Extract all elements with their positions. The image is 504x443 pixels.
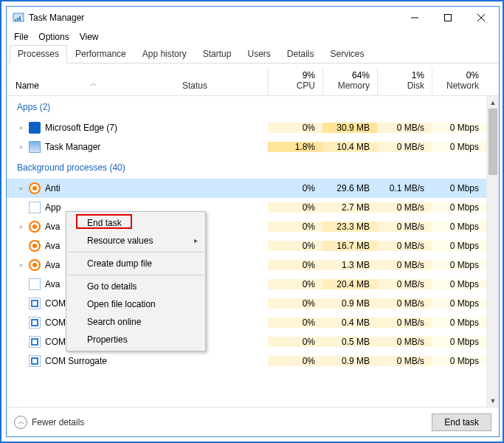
process-row[interactable]: ＞ Microsoft Edge (7) 0% 30.9 MB 0 MB/s 0… xyxy=(7,118,486,137)
col-name-header[interactable]: ︿ Name xyxy=(7,78,179,95)
process-name: Ava xyxy=(45,241,60,251)
menu-item-resource-values[interactable]: Resource values▸ xyxy=(66,232,205,250)
expand-icon[interactable]: ＞ xyxy=(17,184,24,193)
tabs: Processes Performance App history Startu… xyxy=(7,45,499,63)
menu-view[interactable]: View xyxy=(80,32,99,42)
menu-options[interactable]: Options xyxy=(38,32,69,42)
tab-processes[interactable]: Processes xyxy=(10,45,67,63)
memory-cell: 20.4 MB xyxy=(322,279,377,289)
menu-item-end-task[interactable]: End task xyxy=(66,214,205,232)
network-cell: 0 Mbps xyxy=(432,260,486,270)
cpu-cell: 0% xyxy=(268,356,322,366)
sort-indicator-icon: ︿ xyxy=(90,79,97,89)
cpu-cell: 0% xyxy=(268,279,322,289)
col-name-label: Name xyxy=(15,80,39,91)
process-row[interactable]: COM Surrogate 0% 0.9 MB 0 MB/s 0 Mbps xyxy=(7,351,486,371)
network-cell: 0 Mbps xyxy=(432,298,486,309)
process-icon xyxy=(29,202,41,213)
tab-services[interactable]: Services xyxy=(322,45,373,63)
menu-item-search-online[interactable]: Search online xyxy=(66,313,205,331)
expand-icon[interactable]: ＞ xyxy=(17,261,24,270)
col-cpu-header[interactable]: 9%CPU xyxy=(268,67,322,95)
disk-cell: 0 MB/s xyxy=(377,142,432,152)
network-cell: 0 Mbps xyxy=(432,279,486,289)
expand-icon[interactable]: ＞ xyxy=(17,222,24,232)
menu-separator xyxy=(68,252,204,253)
process-icon xyxy=(29,141,41,153)
process-icon xyxy=(29,336,41,348)
memory-cell: 16.7 MB xyxy=(322,241,377,251)
disk-cell: 0 MB/s xyxy=(377,337,432,347)
tab-startup[interactable]: Startup xyxy=(195,45,240,63)
menu-separator xyxy=(68,275,204,275)
context-menu: End taskResource values▸Create dump file… xyxy=(66,211,206,351)
task-manager-window: Task Manager File Options View Processes… xyxy=(6,6,500,437)
memory-cell: 0.9 MB xyxy=(322,356,377,366)
process-name: Ava xyxy=(45,222,60,232)
close-button[interactable] xyxy=(464,7,497,28)
memory-cell: 0.5 MB xyxy=(322,337,377,347)
footer: ︿ Fewer details End task xyxy=(7,407,499,436)
group-header-background: Background processes (40) xyxy=(7,162,179,173)
minimize-button[interactable] xyxy=(398,7,431,28)
disk-cell: 0 MB/s xyxy=(377,202,432,213)
process-name: Ava xyxy=(45,279,60,289)
expand-icon[interactable]: ＞ xyxy=(17,123,24,133)
col-memory-header[interactable]: 64%Memory xyxy=(322,67,377,95)
process-name: Task Manager xyxy=(45,142,100,152)
process-row[interactable]: ＞ Anti 0% 29.6 MB 0.1 MB/s 0 Mbps xyxy=(7,179,486,198)
process-icon xyxy=(29,221,41,233)
network-cell: 0 Mbps xyxy=(432,183,486,193)
menubar: File Options View xyxy=(7,29,499,45)
memory-cell: 2.7 MB xyxy=(322,202,377,213)
tab-details[interactable]: Details xyxy=(279,45,322,63)
svg-rect-5 xyxy=(444,15,451,21)
disk-cell: 0 MB/s xyxy=(377,241,432,251)
process-icon xyxy=(29,278,41,290)
memory-cell: 0.9 MB xyxy=(322,298,377,309)
cpu-cell: 0% xyxy=(268,260,322,270)
col-status-header[interactable]: Status xyxy=(179,78,268,95)
menu-item-open-file-location[interactable]: Open file location xyxy=(66,295,205,313)
maximize-button[interactable] xyxy=(431,7,464,28)
fewer-details-button[interactable]: ︿ Fewer details xyxy=(14,416,84,429)
scroll-down-icon[interactable]: ▼ xyxy=(487,394,499,407)
svg-rect-2 xyxy=(17,18,18,21)
window-title: Task Manager xyxy=(29,13,84,23)
memory-cell: 1.3 MB xyxy=(322,260,377,270)
col-network-header[interactable]: 0%Network xyxy=(432,67,486,95)
collapse-icon: ︿ xyxy=(14,416,27,429)
cpu-cell: 0% xyxy=(268,222,322,232)
scroll-thumb[interactable] xyxy=(489,109,497,175)
disk-cell: 0 MB/s xyxy=(377,222,432,232)
col-disk-header[interactable]: 1%Disk xyxy=(377,67,432,95)
disk-cell: 0 MB/s xyxy=(377,260,432,270)
scroll-up-icon[interactable]: ▲ xyxy=(487,96,499,109)
svg-rect-3 xyxy=(19,16,21,21)
menu-item-create-dump-file[interactable]: Create dump file xyxy=(66,255,205,272)
cpu-cell: 0% xyxy=(268,183,322,193)
disk-cell: 0 MB/s xyxy=(377,356,432,366)
expand-icon[interactable]: ＞ xyxy=(17,142,24,152)
memory-cell: 29.6 MB xyxy=(322,183,377,193)
tab-app-history[interactable]: App history xyxy=(134,45,195,63)
svg-rect-1 xyxy=(15,19,16,21)
process-row[interactable]: ＞ Task Manager 1.8% 10.4 MB 0 MB/s 0 Mbp… xyxy=(7,137,486,157)
tab-users[interactable]: Users xyxy=(239,45,278,63)
disk-cell: 0 MB/s xyxy=(377,279,432,289)
process-name: Anti xyxy=(45,183,61,193)
menu-file[interactable]: File xyxy=(14,32,28,42)
cpu-cell: 0% xyxy=(268,123,322,133)
network-cell: 0 Mbps xyxy=(432,356,486,366)
cpu-cell: 0% xyxy=(268,317,322,328)
network-cell: 0 Mbps xyxy=(432,202,486,213)
menu-item-properties[interactable]: Properties xyxy=(66,331,205,348)
menu-item-go-to-details[interactable]: Go to details xyxy=(66,278,205,295)
end-task-button[interactable]: End task xyxy=(432,413,491,431)
tab-performance[interactable]: Performance xyxy=(67,45,134,63)
scrollbar[interactable]: ▲ ▼ xyxy=(486,96,499,407)
memory-cell: 0.4 MB xyxy=(322,317,377,328)
process-name: COM Surrogate xyxy=(45,356,107,366)
cpu-cell: 0% xyxy=(268,202,322,213)
process-icon xyxy=(29,355,41,367)
